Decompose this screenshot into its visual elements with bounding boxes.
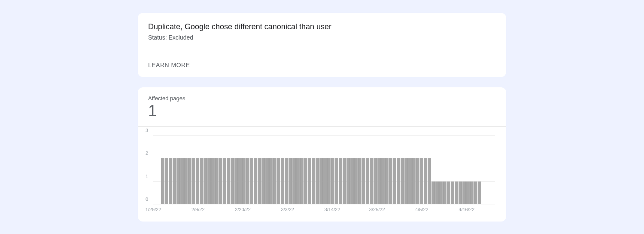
chart-bar — [435, 182, 439, 204]
chart-bar — [169, 158, 172, 204]
chart-bar — [304, 158, 307, 204]
chart-bar — [215, 158, 219, 204]
chart-x-tick: 4/5/22 — [415, 207, 428, 212]
chart-bar — [366, 158, 369, 204]
chart-bar — [204, 158, 207, 204]
chart-bar — [273, 158, 276, 204]
chart-bar — [462, 182, 466, 204]
status-value: Excluded — [168, 34, 193, 41]
affected-pages-value: 1 — [148, 103, 502, 119]
chart-x-tick: 2/9/22 — [191, 207, 205, 212]
chart-bar — [223, 158, 226, 204]
chart-bar — [211, 158, 215, 204]
chart-bar — [381, 158, 385, 204]
chart-bar — [339, 158, 342, 204]
status-label: Status: — [148, 34, 168, 41]
chart-bar — [377, 158, 381, 204]
chart-bar — [431, 182, 435, 204]
chart-bar — [443, 182, 447, 204]
chart-bar — [420, 158, 423, 204]
chart-bar — [335, 158, 338, 204]
chart-bar — [234, 158, 238, 204]
chart-bar — [258, 158, 261, 204]
chart-bar — [459, 182, 462, 204]
chart-bar — [370, 158, 373, 204]
chart-bar — [331, 158, 334, 204]
chart-bar — [188, 158, 191, 204]
chart-bar — [246, 158, 249, 204]
chart-bar — [265, 158, 269, 204]
chart-bar — [289, 158, 292, 204]
chart-x-tick: 2/20/22 — [235, 207, 251, 212]
affected-pages-label: Affected pages — [148, 95, 502, 102]
issue-title: Duplicate, Google chose different canoni… — [148, 22, 496, 31]
chart-area: 0123 1/29/222/9/222/20/223/3/223/14/223/… — [142, 127, 502, 211]
chart-bar — [200, 158, 203, 204]
chart-bar — [478, 182, 481, 204]
chart-y-tick: 3 — [146, 128, 148, 133]
chart-x-tick: 3/14/22 — [325, 207, 340, 212]
chart-x-tick: 4/16/22 — [459, 207, 474, 212]
chart-bar — [416, 158, 419, 204]
learn-more-button[interactable]: LEARN MORE — [148, 62, 190, 77]
chart-bar — [196, 158, 199, 204]
chart-bar — [412, 158, 416, 204]
chart-y-tick: 2 — [146, 151, 148, 156]
chart-bar — [439, 182, 443, 204]
chart-bar — [401, 158, 404, 204]
issue-header-card: Duplicate, Google chose different canoni… — [138, 13, 506, 77]
chart-bar — [312, 158, 315, 204]
chart-bar — [277, 158, 280, 204]
chart-bar — [362, 158, 365, 204]
chart-bar — [451, 182, 454, 204]
chart-bar — [319, 158, 323, 204]
chart-bar — [269, 158, 273, 204]
chart-bar — [358, 158, 361, 204]
chart-bar — [254, 158, 257, 204]
chart-bar — [161, 158, 164, 204]
chart-x-tick: 1/29/22 — [146, 207, 161, 212]
chart-bar — [219, 158, 222, 204]
chart-bar — [165, 158, 168, 204]
chart-bar — [447, 182, 450, 204]
chart-x-tick: 3/3/22 — [281, 207, 294, 212]
chart-x-axis: 1/29/222/9/222/20/223/3/223/14/223/25/22… — [153, 207, 495, 213]
chart-y-tick: 0 — [146, 197, 148, 202]
chart-bar — [227, 158, 230, 204]
chart-bar — [173, 158, 176, 204]
chart-bar — [308, 158, 311, 204]
chart-bar — [385, 158, 389, 204]
chart-bar — [404, 158, 408, 204]
chart-bar — [184, 158, 188, 204]
chart-bar — [231, 158, 234, 204]
affected-pages-card: Affected pages 1 0123 1/29/222/9/222/20/… — [138, 87, 506, 222]
chart-y-tick: 1 — [146, 174, 148, 179]
chart-bar — [466, 182, 470, 204]
chart-bar — [300, 158, 304, 204]
chart-bar — [296, 158, 300, 204]
chart-bar — [192, 158, 195, 204]
chart-bar — [323, 158, 327, 204]
chart-bar — [242, 158, 246, 204]
chart-bar — [250, 158, 253, 204]
chart-x-tick: 3/25/22 — [369, 207, 385, 212]
chart-bar — [350, 158, 354, 204]
chart-bar — [343, 158, 346, 204]
chart-bar — [346, 158, 350, 204]
chart-bar — [180, 158, 184, 204]
chart-bar — [374, 158, 377, 204]
chart-bar — [470, 182, 474, 204]
chart-bar — [424, 158, 427, 204]
chart-bar — [474, 182, 477, 204]
chart-bar — [292, 158, 296, 204]
issue-status-line: Status: Excluded — [148, 34, 496, 41]
chart-bar — [428, 158, 431, 204]
chart-bar — [285, 158, 288, 204]
chart-bar — [354, 158, 358, 204]
chart-bar — [207, 158, 211, 204]
chart-bar — [327, 158, 331, 204]
chart-bar — [316, 158, 319, 204]
chart-bar — [176, 158, 180, 204]
chart-bars — [153, 135, 495, 204]
chart-bar — [389, 158, 392, 204]
